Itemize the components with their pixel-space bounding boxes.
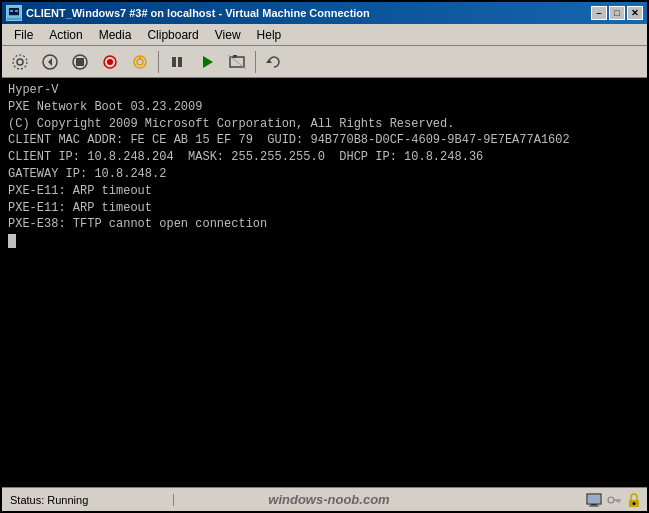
svg-rect-23 <box>588 495 600 503</box>
status-icons <box>484 491 647 509</box>
title-bar: CLIENT_Windows7 #3# on localhost - Virtu… <box>2 2 647 24</box>
screen-line-2: (C) Copyright 2009 Microsoft Corporation… <box>8 116 641 133</box>
menu-bar: File Action Media Clipboard View Help <box>2 24 647 46</box>
restore-button[interactable]: □ <box>609 6 625 20</box>
pause-button[interactable] <box>163 49 191 75</box>
main-window: CLIENT_Windows7 #3# on localhost - Virtu… <box>0 0 649 513</box>
minimize-button[interactable]: – <box>591 6 607 20</box>
menu-media[interactable]: Media <box>91 26 140 44</box>
title-buttons: – □ ✕ <box>591 6 643 20</box>
power-button[interactable] <box>126 49 154 75</box>
menu-clipboard[interactable]: Clipboard <box>139 26 206 44</box>
svg-marker-7 <box>48 58 52 66</box>
cursor-line <box>8 233 641 250</box>
svg-point-31 <box>633 502 636 505</box>
menu-file[interactable]: File <box>6 26 41 44</box>
toolbar-separator-2 <box>255 51 256 73</box>
screen-line-9: PXE-E11: ARP timeout <box>8 200 641 217</box>
svg-marker-21 <box>266 59 272 63</box>
svg-point-11 <box>107 59 113 65</box>
screen-line-6: CLIENT IP: 10.8.248.204 MASK: 255.255.25… <box>8 149 641 166</box>
screen-line-7: GATEWAY IP: 10.8.248.2 <box>8 166 641 183</box>
back-button[interactable] <box>36 49 64 75</box>
title-bar-left: CLIENT_Windows7 #3# on localhost - Virtu… <box>6 5 370 21</box>
screen-line-5: CLIENT MAC ADDR: FE CE AB 15 EF 79 GUID:… <box>8 132 641 149</box>
svg-rect-19 <box>233 55 237 58</box>
screen-line-10: PXE-E38: TFTP cannot open connection <box>8 216 641 233</box>
screen-area[interactable]: Hyper-VPXE Network Boot 03.23.2009(C) Co… <box>2 78 647 487</box>
window-icon <box>6 5 22 21</box>
screen-line-1: PXE Network Boot 03.23.2009 <box>8 99 641 116</box>
svg-rect-9 <box>76 58 84 66</box>
svg-point-5 <box>13 55 27 69</box>
svg-rect-15 <box>172 57 176 67</box>
screen-line-8: PXE-E11: ARP timeout <box>8 183 641 200</box>
svg-rect-25 <box>589 505 599 506</box>
status-bar: Status: Running windows-noob.com <box>2 487 647 511</box>
lock-icon <box>625 491 643 509</box>
window-title: CLIENT_Windows7 #3# on localhost - Virtu… <box>26 7 370 19</box>
stop-button[interactable] <box>66 49 94 75</box>
svg-rect-2 <box>10 10 13 12</box>
toolbar <box>2 46 647 78</box>
settings-button[interactable] <box>6 49 34 75</box>
menu-help[interactable]: Help <box>249 26 290 44</box>
svg-marker-17 <box>203 56 213 68</box>
status-text: Status: Running <box>2 494 174 506</box>
undo-button[interactable] <box>260 49 288 75</box>
svg-point-4 <box>17 59 23 65</box>
menu-view[interactable]: View <box>207 26 249 44</box>
screen-line-0: Hyper-V <box>8 82 641 99</box>
svg-rect-24 <box>591 504 597 506</box>
svg-point-26 <box>608 497 614 503</box>
reset-button[interactable] <box>96 49 124 75</box>
play-button[interactable] <box>193 49 221 75</box>
status-watermark: windows-noob.com <box>174 492 484 507</box>
menu-action[interactable]: Action <box>41 26 90 44</box>
key-icon <box>605 491 623 509</box>
svg-rect-3 <box>15 10 18 12</box>
toolbar-separator-1 <box>158 51 159 73</box>
screenshot-button[interactable] <box>223 49 251 75</box>
svg-rect-16 <box>178 57 182 67</box>
screen-output: Hyper-VPXE Network Boot 03.23.2009(C) Co… <box>8 82 641 250</box>
monitor-icon <box>585 491 603 509</box>
close-button[interactable]: ✕ <box>627 6 643 20</box>
